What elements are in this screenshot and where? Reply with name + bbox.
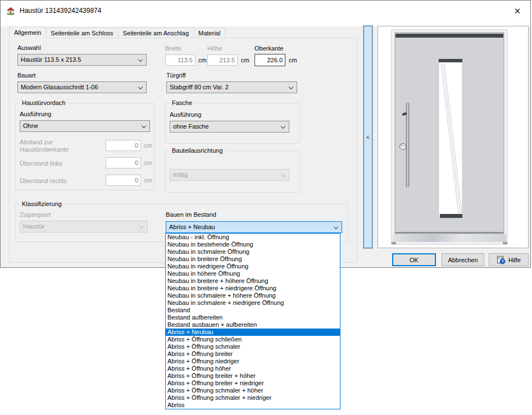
zugangsart-select: Haustür xyxy=(20,221,148,232)
oberkante-input[interactable]: 226.0 xyxy=(254,54,285,66)
dropdown-item[interactable]: Neubau in breitere Öffnung xyxy=(166,256,340,263)
dropdown-item[interactable]: Abriss + Neubau xyxy=(166,329,340,336)
svg-text:?: ? xyxy=(501,259,504,264)
ausrichtung-value: mittig xyxy=(173,171,188,178)
vordach-ausfuehrung-select[interactable]: Ohne xyxy=(20,120,150,132)
chevron-down-icon xyxy=(139,224,144,229)
dropdown-item[interactable]: Neubau in bestehende Öffnung xyxy=(166,241,340,248)
fasche-group-label: Fasche xyxy=(170,99,194,106)
dropdown-item[interactable]: Bestand ausbauen + aufbereiten xyxy=(166,321,340,329)
tab-seitenteile-am-anschlag[interactable]: Seitenteile am Anschlag xyxy=(119,28,194,38)
oberkante-unit: cm xyxy=(289,57,297,63)
tuergriff-select[interactable]: Stabgriff 80 cm Var. 2 xyxy=(166,81,297,93)
auswahl-select[interactable]: Haustür 113.5 x 213.5 xyxy=(17,54,147,66)
auswahl-value: Haustür 113.5 x 213.5 xyxy=(21,56,81,63)
klassifizierung-group-label: Klassifizierung xyxy=(20,200,64,207)
bestand-value: Abriss + Neubau xyxy=(169,224,215,230)
dropdown-item[interactable]: Neubau in niedrigere Öffnung xyxy=(166,263,340,270)
zugangsart-value: Haustür xyxy=(23,223,45,230)
breite-label: Breite xyxy=(165,45,181,52)
hoehe-label: Höhe xyxy=(207,45,222,52)
dialog-window: Haustür 131439242439874 ✕ Allgemein Seit… xyxy=(0,0,531,268)
bauart-value: Modern Glasausschnitt 1-06 xyxy=(21,84,98,90)
preview-collapse-strip[interactable]: < xyxy=(363,26,372,248)
dropdown-item[interactable]: Abriss + Öffnung schließen xyxy=(166,336,340,343)
hoehe-input: 213.5 xyxy=(207,54,238,66)
chevron-down-icon xyxy=(289,85,293,89)
dropdown-item[interactable]: Abriss + Öffnung schmaler xyxy=(166,343,340,350)
chevron-down-icon xyxy=(138,57,143,62)
tuergriff-value: Stabgriff 80 cm Var. 2 xyxy=(170,84,229,90)
dropdown-item[interactable]: Neubau in höhere Öffnung xyxy=(166,270,340,277)
vordach-row1-label: Abstand zur Haustüroberkante xyxy=(20,139,101,153)
door-preview-panel xyxy=(378,26,529,248)
help-icon: ? xyxy=(497,256,506,264)
screen: Haustür 131439242439874 ✕ Allgemein Seit… xyxy=(0,0,532,415)
close-icon[interactable]: ✕ xyxy=(512,6,523,17)
tab-label: Material xyxy=(198,30,220,37)
dropdown-item[interactable]: Abriss + Öffnung schmaler + niedriger xyxy=(166,394,340,402)
fasche-ausfuehrung-label: Ausführung xyxy=(170,111,201,118)
bauart-label: Bauart xyxy=(17,72,35,79)
dropdown-item[interactable]: Abriss xyxy=(166,402,340,409)
vordach-row2-input: 0 xyxy=(106,157,141,168)
help-button[interactable]: ? Hilfe xyxy=(489,253,529,266)
tab-allgemein[interactable]: Allgemein xyxy=(9,26,46,38)
ausrichtung-group-label: Bauteilausrichtung xyxy=(170,147,225,154)
window-title: Haustür 131439242439874 xyxy=(20,7,101,15)
bestand-label: Bauen im Bestand xyxy=(166,211,216,218)
door-preview-image xyxy=(378,26,528,248)
dropdown-item[interactable]: Neubau in schmalere + höhere Öffnung xyxy=(166,292,340,299)
vordach-group-label: Haustürvordach xyxy=(20,99,68,106)
tab-seitenteile-am-schloss[interactable]: Seitenteile am Schloss xyxy=(46,28,118,38)
ok-button[interactable]: OK xyxy=(392,253,436,266)
dropdown-item[interactable]: Bestand xyxy=(166,307,340,314)
auswahl-label: Auswahl xyxy=(17,44,41,51)
chevron-down-icon xyxy=(281,172,285,177)
house-icon xyxy=(6,6,15,15)
fasche-select[interactable]: ohne Fasche xyxy=(170,121,289,133)
dropdown-item[interactable]: Abriss + Öffnung höher xyxy=(166,365,340,372)
dropdown-item[interactable]: Abriss + Öffnung breiter xyxy=(166,350,340,358)
tab-label: Seitenteile am Anschlag xyxy=(123,30,189,37)
bauart-select[interactable]: Modern Glasausschnitt 1-06 xyxy=(17,81,147,93)
oberkante-label: Oberkante xyxy=(254,45,283,52)
dropdown-item[interactable]: Neubau in schmalere + niedrigere Öffnung xyxy=(166,299,340,307)
dropdown-item[interactable]: Abriss + Öffnung breiter + niedriger xyxy=(166,380,340,387)
vordach-row3-label: Überstand rechts xyxy=(20,177,67,184)
chevron-down-icon xyxy=(142,124,146,128)
dropdown-item[interactable]: Neubau in schmalere Öffnung xyxy=(166,248,340,256)
dropdown-item[interactable]: Abriss + Öffnung breiter + höher xyxy=(166,372,340,380)
vordach-row2-unit: cm xyxy=(144,159,152,166)
tab-label: Allgemein xyxy=(14,29,41,36)
chevron-down-icon xyxy=(138,85,143,89)
vordach-row2-label: Überstand links xyxy=(20,160,62,167)
chevron-left-icon: < xyxy=(366,134,370,140)
vordach-row1-input: 0 xyxy=(106,140,141,151)
tuergriff-label: Türgriff xyxy=(166,72,186,79)
dropdown-item[interactable]: Abriss + Öffnung niedriger xyxy=(166,358,340,365)
fasche-value: ohne Fasche xyxy=(173,123,209,130)
title-bar: Haustür 131439242439874 ✕ xyxy=(1,1,530,26)
bestand-dropdown-list: Neubau - inkl. ÖffnungNeubau in bestehen… xyxy=(165,233,340,409)
chevron-down-icon xyxy=(281,124,285,129)
zugangsart-label: Zugangsart xyxy=(20,211,51,218)
vordach-row3-input: 0 xyxy=(106,175,141,186)
tab-label: Seitenteile am Schloss xyxy=(51,30,113,37)
bestand-select[interactable]: Abriss + Neubau xyxy=(166,221,342,233)
tab-bar: Allgemein Seitenteile am Schloss Seitent… xyxy=(9,26,225,38)
dropdown-item[interactable]: Neubau in breitere + niedrigere Öffnung xyxy=(166,285,340,292)
dropdown-item[interactable]: Neubau - inkl. Öffnung xyxy=(166,234,340,241)
tab-material[interactable]: Material xyxy=(194,28,225,38)
chevron-down-icon xyxy=(334,225,338,229)
ausrichtung-select: mittig xyxy=(170,169,289,181)
dropdown-item[interactable]: Bestand aufbereiten xyxy=(166,314,340,321)
dropdown-item[interactable]: Abriss + Öffnung schmaler + höher xyxy=(166,387,340,394)
breite-unit: cm xyxy=(198,57,207,63)
vordach-ausfuehrung-label: Ausführung xyxy=(20,111,51,117)
vordach-row1-unit: cm xyxy=(144,142,152,149)
vordach-row3-unit: cm xyxy=(144,177,152,184)
hoehe-unit: cm xyxy=(241,57,249,63)
dropdown-item[interactable]: Neubau in breitere + höhere Öffnung xyxy=(166,277,340,285)
cancel-button[interactable]: Abbrechen xyxy=(442,253,484,266)
